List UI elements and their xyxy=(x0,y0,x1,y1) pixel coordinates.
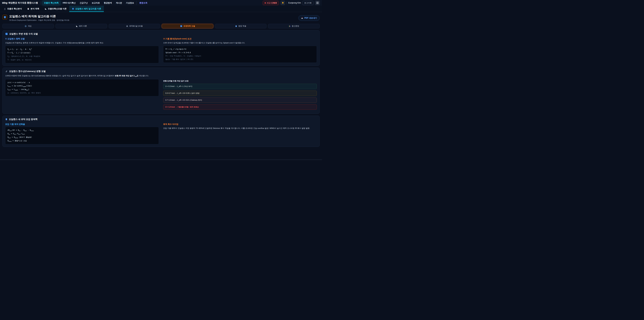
wave-icon xyxy=(5,33,8,35)
tab-label: 유출유 확산분석 xyxy=(7,8,22,10)
link-icon xyxy=(5,70,8,73)
user-name: Eunjeong Kim xyxy=(288,2,301,4)
section-tab-label: 참고문헌 xyxy=(292,25,299,27)
card-title-text: 오일펜스 현수선(Catenary) 변형 모델 xyxy=(9,70,46,73)
nav-item-reports[interactable]: 보고자료 xyxy=(90,1,102,5)
app-window: Wing 해양환경 위기대응 통합시스템 유출유 확산예측 HNS·대기확산 긴… xyxy=(0,0,322,160)
nav-item-board[interactable]: 게시판 xyxy=(114,1,124,5)
section-tab-label: 최적화 알고리즘 xyxy=(129,25,143,27)
splash-over-formula-block: Fr = Un / √(g·Δρ/ρ·h) Splash-over: Fr > … xyxy=(163,46,317,63)
velocity-row-danger: U > 1.0 knot → 기름 통과 위험 · 배치 재계산 xyxy=(163,104,317,110)
splash-over-column: ② 기름 통과(Splash-over) 조건 조류 유속이 임계값을 초과하면… xyxy=(163,37,317,63)
catenary-formula-column: y(x) = a·cosh(x/a) - a Larc = 2a·sinh(Ls… xyxy=(5,79,159,111)
formula-line: Splash-over: Fr > 0.5~0.6 xyxy=(166,51,314,54)
page-icon-box xyxy=(2,15,8,20)
section-tab-label: 현장 적용 xyxy=(238,25,246,27)
formula-line: Qin = Uoil·hoil·Leff xyxy=(8,132,156,136)
section-tab-label: 개요 xyxy=(28,25,32,27)
shield-icon xyxy=(72,8,74,10)
app-logo[interactable]: Wing 해양환경 위기대응 통합시스템 xyxy=(2,1,40,5)
notification-button[interactable] xyxy=(280,1,285,5)
status-badge-label: 사고 진행중 xyxy=(267,2,277,4)
page-title-block: 오일펜스 배치 최적화 알고리즘 이론 Oil Boom Deployment … xyxy=(9,14,70,22)
hamburger-menu-button[interactable] xyxy=(315,1,320,5)
section-tab-deployment-theory[interactable]: 배치 이론 xyxy=(56,24,107,28)
velocity-row-catenary-significant: 0.7~1.0 knot → L_eff ≈ 0.5~0.8 L (Catena… xyxy=(163,98,317,103)
nav-item-integrated-search[interactable]: 통합조회 xyxy=(138,1,149,5)
formula-line: Fr = Un / √(g·Δρ/ρ·h) xyxy=(166,48,314,51)
system-title: 해양환경 위기대응 통합시스템 xyxy=(8,1,38,4)
catenary-formula-block: y(x) = a·cosh(x/a) - a Larc = 2a·sinh(Ls… xyxy=(5,79,159,96)
download-icon xyxy=(301,17,303,19)
section-tab-label: 배치 이론 xyxy=(79,25,87,27)
pdf-export-label: PDF 내보내기 xyxy=(304,17,317,20)
nav-item-hns-air-diffusion[interactable]: HNS·대기확산 xyxy=(61,1,78,5)
tab-label: 유출유확산모델 이론 xyxy=(48,8,66,10)
section-tab-overview[interactable]: 개요 xyxy=(2,24,54,28)
nav-item-weather[interactable]: 기상정보 xyxy=(124,1,136,5)
tab-diffusion-model-theory[interactable]: 유출유확산모델 이론 xyxy=(42,6,69,12)
tab-analysis-list[interactable]: 분석 목록 xyxy=(24,6,42,12)
wing-logo-icon: Wing xyxy=(2,2,8,4)
correction-table-title: 변형 단계별 유효 차단 길이 보정 xyxy=(163,80,317,82)
catenary-card-title: 오일펜스 현수선(Catenary) 변형 모델 xyxy=(5,70,317,73)
tab-oil-spill-analysis[interactable]: 유출유 확산분석 xyxy=(1,6,24,12)
splash-over-heading: ② 기름 통과(Splash-over) 조건 xyxy=(163,38,317,40)
page-subtitle: Oil Boom Deployment Optimization · 유출유 확… xyxy=(9,19,70,22)
horizontal-scrollbar[interactable] xyxy=(0,159,322,160)
volume-rate-heading: 포집 기름 체적 변화율 xyxy=(5,123,159,126)
recovery-timing-column: 최적 회수 타이밍 포집 기름 체적이 오일펜스 저장 용량의 70~80%에 … xyxy=(163,122,317,144)
catenary-description: 조류와 바람에 의해 오일펜스는 현수선(Catenary) 형태로 변형됩니다… xyxy=(5,74,317,78)
section-tab-field-application[interactable]: 현장 적용 xyxy=(215,24,266,28)
section-tab-label: 유체역학 모델 xyxy=(184,25,195,27)
tab-label: 오일펜스 배치 알고리즘 이론 xyxy=(75,8,101,10)
section-tab-optimization-algorithm[interactable]: 최적화 알고리즘 xyxy=(109,24,160,28)
formula-line: FD = ½ · ρ · CD · A · Un2 xyxy=(8,48,156,51)
gear-icon xyxy=(126,25,128,27)
flow-model-card-title: 오일펜스 주변 유동 수치 모델 xyxy=(5,32,317,36)
sub-tab-bar: 유출유 확산분석 분석 목록 유출유확산모델 이론 오일펜스 배치 알고리즘 이… xyxy=(0,6,322,12)
set-square-icon xyxy=(76,25,78,27)
correction-table-column: 변형 단계별 유효 차단 길이 보정 U < 0.3 knot → L_eff … xyxy=(163,79,317,111)
section-tab-bar: 개요 배치 이론 최적화 알고리즘 유체역학 모델 현장 적용 xyxy=(2,24,320,28)
drag-model-heading: ① 오일펜스 항력 모델 xyxy=(5,38,159,40)
top-navigation-bar: Wing 해양환경 위기대응 통합시스템 유출유 확산예측 HNS·대기확산 긴… xyxy=(0,0,322,6)
splash-over-description: 조류 유속이 임계값을 초과하면 기름이 파도를 타고 오일펜스를 넘어가는 S… xyxy=(163,42,317,44)
logout-button[interactable]: 로그아웃 xyxy=(302,1,314,5)
nav-item-emergency-rescue[interactable]: 긴급구난 xyxy=(78,1,90,5)
section-tab-references[interactable]: 참고문헌 xyxy=(268,24,320,28)
velocity-row-straight: U < 0.3 knot → L_eff ≈ L (직선 유지) xyxy=(163,84,317,89)
hamburger-icon xyxy=(316,2,319,2)
tab-boom-deployment-theory[interactable]: 오일펜스 배치 알고리즘 이론 xyxy=(69,6,104,12)
pdf-export-button[interactable]: PDF 내보내기 xyxy=(298,15,320,21)
tab-label: 분석 목록 xyxy=(30,8,39,10)
incident-status-badge[interactable]: 사고 진행중 xyxy=(263,1,279,5)
catenary-model-card: 오일펜스 현수선(Catenary) 변형 모델 조류와 바람에 의해 오일펜스… xyxy=(2,68,320,114)
nav-item-air-search[interactable]: 항공탐색 xyxy=(102,1,114,5)
globe-icon xyxy=(25,25,27,27)
formula-line: Larc = 2a·sinh(Lspan/(2a)) xyxy=(8,84,156,88)
volume-rate-formula-block: dVoil/dt = Qin - Qout - Qloss Qin = Uoil… xyxy=(5,127,159,144)
topnav-right-area: 사고 진행중 Eunjeong Kim 로그아웃 xyxy=(263,1,320,5)
recovery-timing-heading: 최적 회수 타이밍 xyxy=(163,123,317,126)
divider xyxy=(286,1,287,4)
bell-icon xyxy=(282,2,284,4)
wave-icon xyxy=(180,25,182,27)
status-dot-icon xyxy=(265,2,266,4)
nav-item-oil-spill-prediction[interactable]: 유출유 확산예측 xyxy=(42,1,60,5)
page-title: 오일펜스 배치 최적화 알고리즘 이론 xyxy=(9,14,70,18)
volume-rate-column: 포집 기름 체적 변화율 dVoil/dt = Qin - Qout - Qlo… xyxy=(5,122,159,144)
card-title-text: 오일펜스 내 유막 포집 동역학 xyxy=(9,118,38,121)
page-header: 오일펜스 배치 최적화 알고리즘 이론 Oil Boom Deployment … xyxy=(0,12,322,23)
drag-model-column: ① 오일펜스 항력 모델 오일펜스에 작용하는 항력은 조류속도의 제곱에 비례… xyxy=(5,37,159,63)
clipboard-icon xyxy=(27,8,29,10)
building-icon xyxy=(235,25,237,27)
section-tab-hydrodynamic-model[interactable]: 유체역학 모델 xyxy=(162,24,213,28)
shield-icon xyxy=(4,16,6,19)
books-icon xyxy=(289,25,291,27)
drag-model-description: 오일펜스에 작용하는 항력은 조류속도의 제곱에 비례합니다. 오일펜스 구조 … xyxy=(5,42,159,44)
formula-line: T = FD · L / (2·sin(α)) xyxy=(8,51,156,55)
formula-comment: Δρ/ρ: 기름-해수 밀도비 (~0.15) xyxy=(166,58,314,61)
card-title-text: 오일펜스 주변 유동 수치 모델 xyxy=(9,32,38,36)
formula-comment: a: catenary 파라미터, φ: 최대 편향각 xyxy=(8,91,156,95)
